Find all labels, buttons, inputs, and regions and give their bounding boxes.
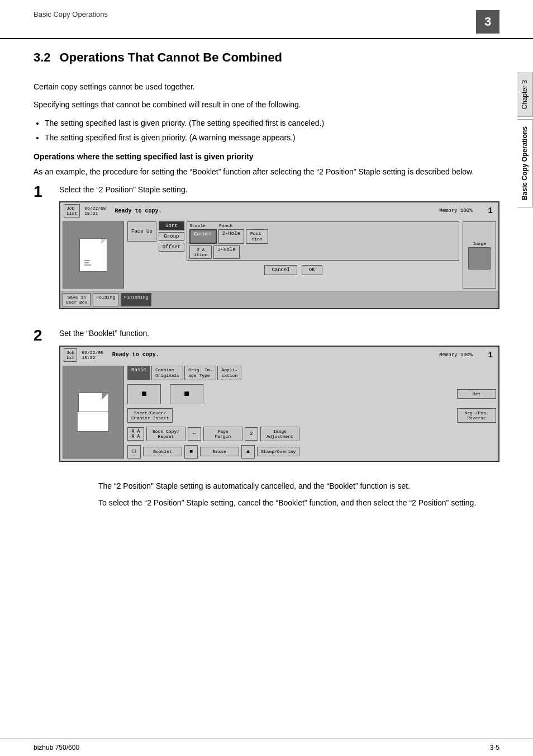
screen2-page: 1	[488, 351, 495, 360]
screen2-ret-btn[interactable]: Ret	[457, 389, 496, 399]
screen1-cancel-btn[interactable]: Cancel	[264, 265, 297, 275]
screen1-staple-btns: Corner 2-Hole Posi- tion	[189, 229, 456, 244]
screen1-doc-fold	[101, 239, 107, 244]
screen2-memory: Memory 100%	[439, 352, 483, 358]
screen2-left-panel	[63, 366, 124, 459]
screen1-sort-btn[interactable]: Sort	[159, 221, 184, 230]
step-2-text: Set the “Booklet” function.	[59, 327, 499, 339]
screen2-icon1: ■	[127, 384, 161, 404]
screen1-action-row: Cancel OK	[127, 265, 459, 275]
screen1-group-btn[interactable]: Group	[159, 232, 184, 241]
screen2-neg-pos-btn[interactable]: Neg./Pos. Reverse	[457, 408, 496, 423]
screen1-top-bar: Job List 06/22/05 15:31 Ready to copy. M…	[60, 202, 498, 219]
screen2-job-list: Job Lst	[64, 348, 77, 362]
screen1-image-label: Image	[473, 241, 486, 246]
screen1-memory: Memory 100%	[439, 208, 483, 214]
intro-text-2: Specifying settings that cannot be combi…	[34, 98, 499, 111]
screen1-save-user-box-btn[interactable]: Save in User Box	[63, 293, 91, 306]
screen2-num-icon: 2	[245, 427, 258, 441]
screen1-finishing-btn[interactable]: Finishing	[121, 293, 151, 306]
bullet-list: The setting specified last is given prio…	[45, 117, 499, 144]
screen2-row1: ■ ■ Ret	[127, 384, 496, 404]
chapter-number-box: 3	[476, 10, 499, 34]
screen2-tab-row: Basic Combine Originals Orig. Im- age Ty…	[127, 366, 496, 380]
screen1-job-list: Job List	[64, 204, 80, 218]
step-2: 2 Set the “Booklet” function. Job Lst 06…	[34, 327, 499, 470]
screen2-erase-btn[interactable]: Erase	[200, 447, 239, 456]
section-header: 3.2 Operations That Cannot Be Combined	[34, 50, 499, 72]
screen2-ret-area: Ret	[206, 384, 496, 404]
sub-heading: Operations where the setting specified l…	[34, 152, 499, 161]
page-header: Basic Copy Operations 3	[0, 0, 533, 39]
side-tabs: Chapter 3 Basic Copy Operations	[517, 73, 533, 207]
footer-product: bizhub 750/600	[34, 744, 79, 752]
screen2-small-icon: ←	[188, 427, 201, 441]
screen2-book-copy-btn[interactable]: Book Copy/ Repeat	[146, 427, 185, 441]
screen2-gap	[175, 408, 455, 423]
screen1-position-btn[interactable]: Posi- tion	[246, 229, 268, 244]
screen1-staple-area: Staple Punch Corner 2-Hole Posi- tion	[187, 221, 459, 261]
page-footer: bizhub 750/600 3-5	[0, 739, 533, 756]
screen2-stamp-icon: ▲	[241, 445, 255, 459]
step-2-content: Set the “Booklet” function. Job Lst 06/2…	[59, 327, 499, 470]
screen2-datetime: 06/22/05 15:32	[82, 350, 103, 360]
conclusion-text-1: The “2 Position” Staple setting is autom…	[98, 480, 499, 492]
body-text-1: As an example, the procedure for setting…	[34, 166, 499, 178]
screen1-corner-btn[interactable]: Corner	[189, 229, 216, 244]
screen2-tab-application[interactable]: Appli- cation	[217, 366, 241, 380]
conclusion-text-2: To select the “2 Position” Staple settin…	[98, 497, 499, 509]
screen2-icon2: ■	[170, 384, 203, 404]
screen1-left-panel	[63, 221, 124, 289]
screen1-ok-btn[interactable]: OK	[302, 265, 322, 275]
screen2-page-margin-btn[interactable]: Page Margin	[203, 427, 242, 441]
main-content: Chapter 3 Basic Copy Operations 3.2 Oper…	[0, 39, 533, 739]
step-1-content: Select the “2 Position” Staple setting. …	[59, 183, 499, 318]
screen1-body: Face Up Sort Group Offset	[60, 219, 498, 291]
screen1-face-up-btn[interactable]: Face Up	[127, 221, 156, 242]
side-tab-chapter3: Chapter 3	[517, 73, 533, 117]
screen2-status: Ready to copy.	[108, 352, 435, 358]
screen1-doc-icon	[79, 238, 107, 272]
screen1-2a-btn[interactable]: 2 Aition	[189, 245, 212, 259]
screen2-stamp-overlay-btn[interactable]: Stamp/Overlay	[257, 447, 299, 456]
screen2-row2: Sheet/Cover/ Chapter Insert Neg./Pos. Re…	[127, 408, 496, 423]
screen-mockup-2: Job Lst 06/22/05 15:32 Ready to copy. Me…	[59, 346, 499, 462]
screen1-three-hole-btn[interactable]: 3-Hole	[213, 245, 239, 259]
section-number: 3.2	[34, 50, 51, 65]
step-1-text: Select the “2 Position” Staple setting.	[59, 183, 499, 196]
screen1-folding-btn[interactable]: Folding	[93, 293, 118, 306]
screen1-status: Ready to copy.	[111, 208, 435, 214]
screen2-right-panel: Basic Combine Originals Orig. Im- age Ty…	[127, 366, 496, 459]
section-title: Operations That Cannot Be Combined	[60, 50, 282, 65]
screen-mockup-1: Job List 06/22/05 15:31 Ready to copy. M…	[59, 201, 499, 309]
screen2-aa-icon: A AA A	[127, 427, 144, 441]
screen2-erase-icon: ■	[184, 445, 198, 459]
screen2-top-bar: Job Lst 06/22/05 15:32 Ready to copy. Me…	[60, 347, 498, 363]
screen2-tab-basic[interactable]: Basic	[127, 366, 150, 380]
page-wrapper: Basic Copy Operations 3 Chapter 3 Basic …	[0, 0, 533, 756]
screen1-right-panel: Face Up Sort Group Offset	[127, 221, 459, 289]
screen2-tab-orig-image[interactable]: Orig. Im- age Type	[184, 366, 216, 380]
screen1-page: 1	[488, 206, 495, 215]
step-1: 1 Select the “2 Position” Staple setting…	[34, 183, 499, 318]
screen2-booklet-btn[interactable]: Booklet	[143, 447, 182, 456]
intro-text-1: Certain copy settings cannot be used tog…	[34, 81, 499, 93]
screen2-booklet-icon: □	[127, 445, 141, 459]
screen2-image-adj-btn[interactable]: Image Adjustment	[260, 427, 299, 441]
screen1-offset-btn[interactable]: Offset	[159, 243, 184, 252]
screen1-bottom-bar: Save in User Box Folding Finishing	[60, 291, 498, 308]
bullet-item-1: The setting specified last is given prio…	[45, 117, 499, 129]
screen2-bottom-row: □ Booklet ■ Erase ▲ Stamp/Overlay	[127, 445, 496, 459]
screen2-sheet-cover-btn[interactable]: Sheet/Cover/ Chapter Insert	[127, 408, 173, 423]
screen1-image-area: Image	[463, 221, 496, 289]
screen1-staple-label: Staple Punch	[189, 223, 456, 228]
screen1-image-thumb	[468, 247, 491, 270]
step-number-2: 2	[34, 327, 50, 344]
side-tab-basic-copy: Basic Copy Operations	[517, 119, 533, 207]
screen1-two-hole-btn[interactable]: 2-Hole	[218, 229, 244, 244]
header-title: Basic Copy Operations	[34, 10, 108, 18]
bullet-item-2: The setting specified first is given pri…	[45, 131, 499, 144]
screen2-tab-combine[interactable]: Combine Originals	[151, 366, 183, 380]
screen1-datetime: 06/22/05 15:31	[84, 206, 106, 216]
step-number-1: 1	[34, 183, 50, 201]
